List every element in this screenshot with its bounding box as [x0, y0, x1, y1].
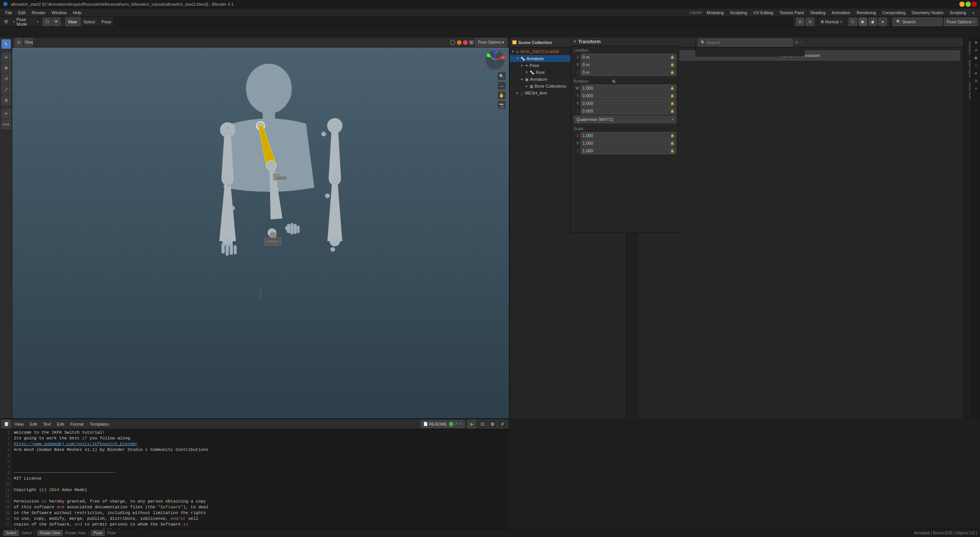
code-content[interactable]: Welcome to the IKFK Switch tutorial! Its… [11, 429, 509, 529]
snap-icon[interactable]: ⊡ [796, 18, 804, 26]
statusbar-pose-btn[interactable]: Pose [91, 530, 105, 536]
rotation-x-input[interactable]: 0.000 🔒 [581, 92, 676, 99]
viewport-view-btn[interactable]: View [25, 38, 33, 47]
menu-shading[interactable]: Shading [807, 10, 828, 16]
header-search-box[interactable]: 🔍 Search [893, 18, 942, 26]
pose-mode-selector[interactable]: ✦ Pose Mode ▾ [12, 17, 39, 26]
viewport[interactable]: ⊡ View ✕ Pose Options ▾ User Perspective… [12, 38, 509, 418]
menu-geometry-nodes[interactable]: Geometry Nodes [909, 10, 947, 16]
run-script-btn[interactable]: ▶ [468, 420, 476, 428]
editor-text-menu[interactable]: Text [41, 421, 53, 427]
text-close-icon[interactable]: ✕ [459, 422, 462, 426]
text-file-selector[interactable]: 📄 README ↺ ✕ [420, 420, 465, 428]
menu-rendering[interactable]: Rendering [854, 10, 879, 16]
zoom-out-btn[interactable]: – [497, 82, 506, 90]
rotation-w-input[interactable]: 1.000 🔒 [581, 85, 676, 91]
menu-file[interactable]: File [2, 10, 15, 16]
wireframe-btn[interactable]: ☐ [849, 18, 857, 26]
menu-texture-paint[interactable]: Texture Paint [776, 10, 807, 16]
run-script-icon: ▶ [470, 421, 474, 427]
menu-edit[interactable]: Edit [15, 10, 29, 16]
location-z-input[interactable]: 0 m 🔒 [581, 69, 676, 76]
menu-animation[interactable]: Animation [829, 10, 854, 16]
rotation-x-row: X 0.000 🔒 [574, 92, 676, 99]
viewport-gizmo[interactable]: X Y Z [485, 50, 506, 71]
mesh-arm-label: MESH_Arm [525, 91, 547, 95]
statusbar-select-btn[interactable]: Select [3, 530, 19, 536]
scale-y-input[interactable]: 1.000 🔒 [581, 140, 676, 147]
z-axis-label: Z [574, 70, 579, 75]
zoom-in-btn[interactable]: 🔍 [497, 72, 506, 80]
viewport-pose-options[interactable]: Pose Options ▾ [475, 38, 507, 47]
location-x-input[interactable]: 0 m 🔒 [581, 54, 676, 60]
render-btn[interactable]: ● [879, 18, 887, 26]
bc-search-input[interactable]: 🔍 Search [698, 39, 793, 46]
view-menu[interactable]: View [65, 17, 80, 26]
close-button[interactable] [972, 2, 977, 7]
show-syntax-btn[interactable]: ⊠ [488, 420, 497, 428]
animation-tab[interactable]: Animation [964, 39, 971, 57]
header-right-controls: 🔍 Search Pose Options ▾ [890, 17, 980, 26]
statusbar-rotate-btn[interactable]: Rotate View [37, 530, 63, 536]
menu-modeling[interactable]: Modeling [704, 10, 727, 16]
menu-render[interactable]: Render [29, 10, 49, 16]
text-editor-icon[interactable]: 📝 [2, 420, 11, 428]
wrap-text-btn[interactable]: ⊡ [478, 420, 487, 428]
view-icon-btn[interactable]: 👁 [52, 18, 61, 26]
annotate-tool-btn[interactable]: ✏ [1, 109, 11, 119]
rotate-tool-btn[interactable]: ↺ [1, 74, 11, 84]
location-y-input[interactable]: 0 m 🔒 [581, 61, 676, 68]
rmcol-icon-2[interactable]: ⊕ [973, 47, 980, 54]
rotation-y-input[interactable]: 0.000 🔒 [581, 100, 676, 107]
editor-templates-menu[interactable]: Templates [88, 421, 111, 427]
quaternion-dropdown[interactable]: Quaternion (WXYZ) ▾ [574, 116, 676, 123]
menu-sculpting[interactable]: Sculpting [727, 10, 750, 16]
move-tool-btn[interactable]: ✥ [1, 63, 11, 73]
rmcol-icon-3[interactable]: ▣ [973, 54, 980, 61]
cursor-tool-btn[interactable]: ✛ [1, 52, 11, 62]
mode-dropdown-icon: ▾ [37, 20, 39, 24]
maximize-button[interactable] [965, 2, 971, 7]
scale-z-input[interactable]: 1.000 🔒 [581, 147, 676, 154]
menu-uv-editing[interactable]: UV Editing [750, 10, 776, 16]
pose-menu[interactable]: Pose [98, 17, 115, 26]
tab-plus[interactable]: + [969, 10, 978, 16]
solid-btn[interactable]: ◉ [859, 18, 867, 26]
rmcol-icon-7[interactable]: ● [973, 85, 980, 92]
editor-view-menu[interactable]: View [12, 421, 26, 427]
select-icon-btn[interactable]: ☐ [43, 18, 51, 26]
bc-expand-btn[interactable]: ↕ [800, 40, 802, 44]
scene-selector[interactable]: 🎬 [0, 17, 12, 26]
hand-tool-btn[interactable]: ✋ [497, 91, 506, 100]
rmcol-icon-5[interactable]: ◈ [973, 70, 980, 77]
material-btn[interactable]: ◕ [869, 18, 877, 26]
menu-compositing[interactable]: Compositing [879, 10, 908, 16]
pose-options-btn[interactable]: Pose Options ▾ [944, 18, 978, 26]
editor-format-menu[interactable]: Format [68, 421, 86, 427]
bone-layers-tab[interactable]: Bone Layers [964, 58, 971, 80]
select-tool-btn[interactable]: ↖ [1, 39, 11, 49]
line-num-btn[interactable]: # [498, 420, 507, 428]
active-tools-tab[interactable]: Active Tools [964, 80, 971, 101]
minimize-button[interactable] [959, 2, 965, 7]
measure-tool-btn[interactable]: ⟺ [1, 119, 11, 129]
editor-edit-menu2[interactable]: Edit [55, 421, 67, 427]
editor-edit-menu[interactable]: Edit [28, 421, 39, 427]
scale-x-input[interactable]: 1.000 🔒 [581, 132, 676, 139]
rmcol-icon-6[interactable]: ⊞ [973, 77, 980, 84]
select-menu[interactable]: Select [80, 17, 99, 26]
rotation-z-input[interactable]: 0.000 🔒 [581, 108, 676, 114]
viewport-editor-icon[interactable]: ⊡ [15, 38, 23, 47]
camera-btn[interactable]: 📷 [497, 101, 506, 109]
menu-window[interactable]: Window [49, 10, 70, 16]
scale-tool-btn[interactable]: ⤢ [1, 85, 11, 95]
bc-filter-btn[interactable]: ⊟ [795, 40, 798, 44]
rmcol-icon-4[interactable]: ⬡ [973, 62, 980, 69]
menu-help[interactable]: Help [70, 10, 85, 16]
proportional-icon[interactable]: ⊙ [806, 18, 814, 26]
rmcol-icon-1[interactable]: ⊙ [973, 39, 980, 46]
viewport-status-dot-3 [463, 40, 468, 45]
transform-tool-btn[interactable]: ⊕ [1, 95, 11, 105]
text-reload-icon[interactable]: ↺ [455, 422, 458, 426]
menu-scripting[interactable]: Scripting [947, 10, 969, 16]
